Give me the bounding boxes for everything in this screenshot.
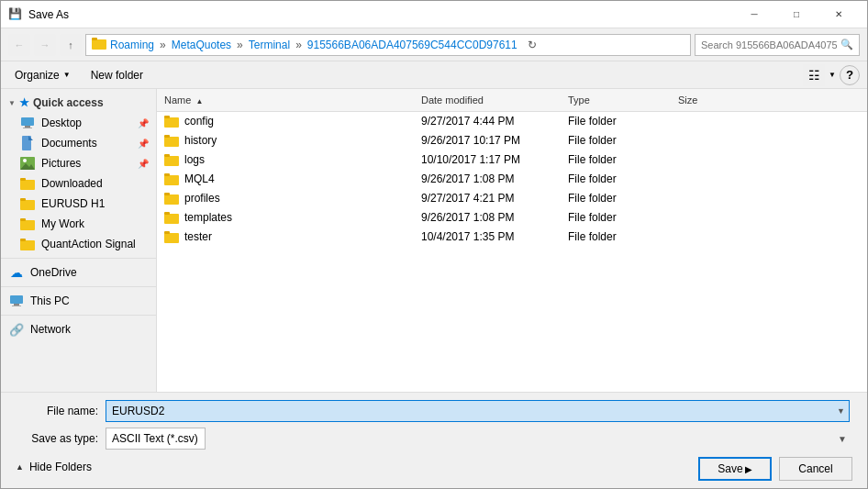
crumb-metaquotes[interactable]: MetaQuotes (172, 39, 231, 51)
forward-button[interactable]: → (34, 34, 56, 56)
table-row[interactable]: logs 10/10/2017 1:17 PM File folder (157, 150, 867, 170)
search-box[interactable]: 🔍 (695, 34, 860, 56)
svg-rect-32 (164, 214, 179, 224)
table-row[interactable]: config 9/27/2017 4:44 PM File folder (157, 112, 867, 131)
file-type: File folder (561, 211, 671, 224)
filetype-row: Save as type: ASCII Text (*.csv) ▼ (16, 428, 852, 450)
sidebar-item-onedrive[interactable]: ☁ OneDrive (1, 262, 156, 283)
sidebar-item-pictures[interactable]: Pictures 📌 (1, 153, 156, 173)
network-icon: 🔗 (8, 322, 25, 337)
folder-icon (164, 115, 179, 128)
cancel-button[interactable]: Cancel (779, 457, 852, 481)
file-type: File folder (561, 172, 671, 185)
svg-rect-19 (10, 295, 23, 304)
svg-rect-14 (20, 198, 26, 201)
table-row[interactable]: tester 10/4/2017 1:35 PM File folder (157, 228, 867, 247)
sidebar: ▼ ★ Quick access Desktop 📌 (1, 89, 157, 392)
file-type: File folder (561, 153, 671, 166)
folder-eurusd-icon (19, 196, 36, 211)
sidebar-item-onedrive-label: OneDrive (30, 266, 77, 279)
maximize-button[interactable]: □ (775, 1, 818, 28)
filetype-select-wrapper[interactable]: ASCII Text (*.csv) ▼ (106, 428, 852, 450)
svg-rect-25 (164, 135, 170, 138)
hide-folders-button[interactable]: Hide Folders (29, 461, 92, 473)
filetype-select[interactable]: ASCII Text (*.csv) (106, 428, 206, 450)
search-input[interactable] (701, 39, 837, 50)
folder-icon (164, 153, 179, 166)
svg-rect-16 (20, 218, 26, 221)
svg-point-9 (23, 159, 27, 162)
file-name: logs (184, 153, 205, 166)
crumb-guid[interactable]: 915566BA06ADA407569C544CC0D97611 (307, 39, 517, 51)
svg-rect-27 (164, 154, 170, 157)
table-row[interactable]: profiles 9/27/2017 4:21 PM File folder (157, 189, 867, 208)
sidebar-item-mywork[interactable]: My Work (1, 214, 156, 234)
svg-rect-30 (164, 194, 179, 205)
sidebar-item-documents-label: Documents (41, 137, 97, 150)
sidebar-item-eurusd[interactable]: EURUSD H1 (1, 194, 156, 214)
buttons-row: ▲ Hide Folders Save ▶ Cancel (16, 455, 852, 481)
sidebar-item-downloaded[interactable]: Downloaded (1, 173, 156, 194)
column-size[interactable]: Size (671, 93, 744, 107)
star-icon: ★ (19, 96, 29, 109)
crumb-terminal[interactable]: Terminal (249, 39, 290, 51)
svg-rect-17 (20, 240, 35, 250)
back-button[interactable]: ← (8, 34, 30, 56)
computer-icon (8, 294, 25, 308)
table-row[interactable]: MQL4 9/26/2017 1:08 PM File folder (157, 170, 867, 189)
table-row[interactable]: history 9/26/2017 10:17 PM File folder (157, 131, 867, 150)
filename-input[interactable] (106, 400, 850, 422)
svg-rect-13 (20, 200, 35, 210)
sidebar-item-quantaction[interactable]: QuantAction Signal (1, 234, 156, 254)
organize-button[interactable]: Organize ▼ (8, 66, 77, 84)
sidebar-item-network-label: Network (30, 323, 71, 336)
crumb-roaming[interactable]: Roaming (110, 39, 154, 51)
sidebar-item-mywork-label: My Work (41, 217, 84, 230)
folder-icon (164, 230, 179, 243)
sidebar-item-documents[interactable]: Documents 📌 (1, 133, 156, 153)
cursor-icon: ▶ (745, 464, 752, 474)
sort-arrow-icon: ▲ (195, 97, 203, 106)
file-date: 9/26/2017 1:08 PM (414, 172, 561, 185)
folder-downloaded-icon (19, 176, 36, 191)
file-type: File folder (561, 192, 671, 205)
svg-rect-4 (25, 126, 30, 128)
svg-rect-11 (20, 180, 35, 190)
address-bar[interactable]: Roaming » MetaQuotes » Terminal » 915566… (85, 34, 691, 56)
help-button[interactable]: ? (840, 65, 860, 85)
dialog-icon: 💾 (8, 7, 23, 22)
documents-icon (19, 136, 36, 150)
svg-rect-22 (164, 117, 179, 128)
main-content: ▼ ★ Quick access Desktop 📌 (1, 89, 867, 392)
sidebar-item-thispc[interactable]: This PC (1, 291, 156, 311)
column-date[interactable]: Date modified (414, 93, 561, 107)
svg-rect-35 (164, 231, 170, 234)
folder-icon (164, 172, 179, 185)
column-name[interactable]: Name ▲ (157, 93, 414, 107)
search-icon: 🔍 (840, 39, 853, 50)
quick-access-section: ▼ ★ Quick access Desktop 📌 (1, 93, 156, 254)
quick-access-header[interactable]: ▼ ★ Quick access (1, 93, 156, 113)
save-button[interactable]: Save ▶ (698, 457, 772, 481)
refresh-button[interactable]: ↻ (523, 36, 541, 54)
close-button[interactable]: ✕ (818, 1, 860, 28)
minimize-button[interactable]: ─ (733, 1, 775, 28)
up-button[interactable]: ↑ (60, 34, 82, 56)
svg-rect-21 (12, 306, 21, 306)
change-view-button[interactable]: ☷ (803, 64, 825, 86)
new-folder-button[interactable]: New folder (84, 66, 150, 84)
folder-icon (164, 192, 179, 205)
sidebar-item-downloaded-label: Downloaded (41, 177, 103, 190)
file-list: Name ▲ Date modified Type Size config (157, 89, 867, 392)
sidebar-item-network[interactable]: 🔗 Network (1, 319, 156, 339)
file-date: 10/4/2017 1:35 PM (414, 230, 561, 243)
svg-rect-26 (164, 156, 179, 166)
file-name: MQL4 (184, 172, 215, 185)
file-date: 9/27/2017 4:21 PM (414, 192, 561, 205)
table-row[interactable]: templates 9/26/2017 1:08 PM File folder (157, 208, 867, 228)
folder-quantaction-icon (19, 237, 36, 251)
chevron-down-icon: ▼ (8, 99, 16, 107)
svg-rect-28 (164, 175, 179, 185)
sidebar-item-desktop[interactable]: Desktop 📌 (1, 113, 156, 133)
column-type[interactable]: Type (561, 93, 671, 107)
